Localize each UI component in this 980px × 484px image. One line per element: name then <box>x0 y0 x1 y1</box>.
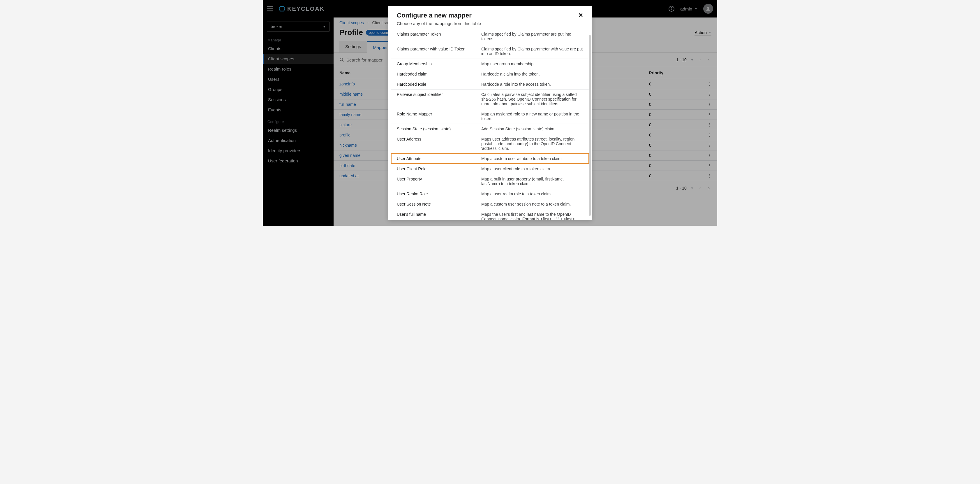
mapper-option-name: Hardcoded claim <box>397 72 481 77</box>
mapper-option-desc: Hardcode a claim into the token. <box>481 72 583 77</box>
mapper-option-role-name-mapper[interactable]: Role Name MapperMap an assigned role to … <box>391 109 589 124</box>
mapper-option-name: Claims parameter Token <box>397 32 481 41</box>
mapper-option-user-attribute[interactable]: User AttributeMap a custom user attribut… <box>391 153 589 164</box>
mapper-option-name: Pairwise subject identifier <box>397 92 481 106</box>
mapper-option-name: User Property <box>397 177 481 186</box>
mapper-option-name: Group Membership <box>397 62 481 66</box>
mapper-option-desc: Maps the user's first and last name to t… <box>481 212 583 220</box>
mapper-option-name: User Attribute <box>397 156 481 161</box>
mapper-option-desc: Add Session State (session_state) claim <box>481 126 583 131</box>
mapper-option-desc: Claims specified by Claims parameter are… <box>481 32 583 41</box>
mapper-modal: Configure a new mapper ✕ Choose any of t… <box>388 6 592 220</box>
mapper-option-desc: Map a custom user attribute to a token c… <box>481 156 583 161</box>
modal-subtitle: Choose any of the mappings from this tab… <box>388 21 592 29</box>
mapper-option-name: User Session Note <box>397 202 481 206</box>
mapper-option-desc: Map a custom user session note to a toke… <box>481 202 583 206</box>
mapper-option-session-state-session-state-[interactable]: Session State (session_state)Add Session… <box>391 124 589 134</box>
mapper-option-claims-parameter-with-value-id-token[interactable]: Claims parameter with value ID TokenClai… <box>391 44 589 59</box>
mapper-option-name: User Client Role <box>397 166 481 171</box>
mapper-option-user-realm-role[interactable]: User Realm RoleMap a user realm role to … <box>391 188 589 199</box>
mapper-option-hardcoded-claim[interactable]: Hardcoded claimHardcode a claim into the… <box>391 69 589 79</box>
mapper-option-desc: Hardcode a role into the access token. <box>481 82 583 86</box>
mapper-option-claims-parameter-token[interactable]: Claims parameter TokenClaims specified b… <box>391 29 589 44</box>
mapper-option-desc: Maps user address attributes (street, lo… <box>481 137 583 151</box>
mapper-option-desc: Map user group membership <box>481 62 583 66</box>
mapper-option-name: User's full name <box>397 212 481 220</box>
mapper-option-desc: Claims specified by Claims parameter wit… <box>481 47 583 56</box>
mapper-option-user-client-role[interactable]: User Client RoleMap a user client role t… <box>391 164 589 174</box>
mapper-option-desc: Map a user realm role to a token claim. <box>481 192 583 196</box>
mapper-option-name: User Address <box>397 137 481 151</box>
mapper-option-name: Claims parameter with value ID Token <box>397 47 481 56</box>
mapper-option-pairwise-subject-identifier[interactable]: Pairwise subject identifierCalculates a … <box>391 89 589 109</box>
mapper-option-hardcoded-role[interactable]: Hardcoded RoleHardcode a role into the a… <box>391 79 589 89</box>
close-icon[interactable]: ✕ <box>578 12 583 19</box>
scrollbar[interactable] <box>589 35 591 216</box>
mapper-option-desc: Calculates a pairwise subject identifier… <box>481 92 583 106</box>
mapper-option-name: Session State (session_state) <box>397 126 481 131</box>
mapper-option-group-membership[interactable]: Group MembershipMap user group membershi… <box>391 59 589 69</box>
modal-title: Configure a new mapper <box>397 12 472 19</box>
mapper-option-user-s-full-name[interactable]: User's full nameMaps the user's first an… <box>391 209 589 220</box>
mapper-option-user-session-note[interactable]: User Session NoteMap a custom user sessi… <box>391 199 589 209</box>
mapper-option-user-address[interactable]: User AddressMaps user address attributes… <box>391 134 589 153</box>
mapper-option-name: User Realm Role <box>397 192 481 196</box>
mapper-option-desc: Map a built in user property (email, fir… <box>481 177 583 186</box>
mapper-option-name: Hardcoded Role <box>397 82 481 86</box>
mapper-option-desc: Map an assigned role to a new name or po… <box>481 112 583 121</box>
mapper-option-desc: Map a user client role to a token claim. <box>481 166 583 171</box>
mapper-option-name: Role Name Mapper <box>397 112 481 121</box>
mapper-option-user-property[interactable]: User PropertyMap a built in user propert… <box>391 174 589 188</box>
